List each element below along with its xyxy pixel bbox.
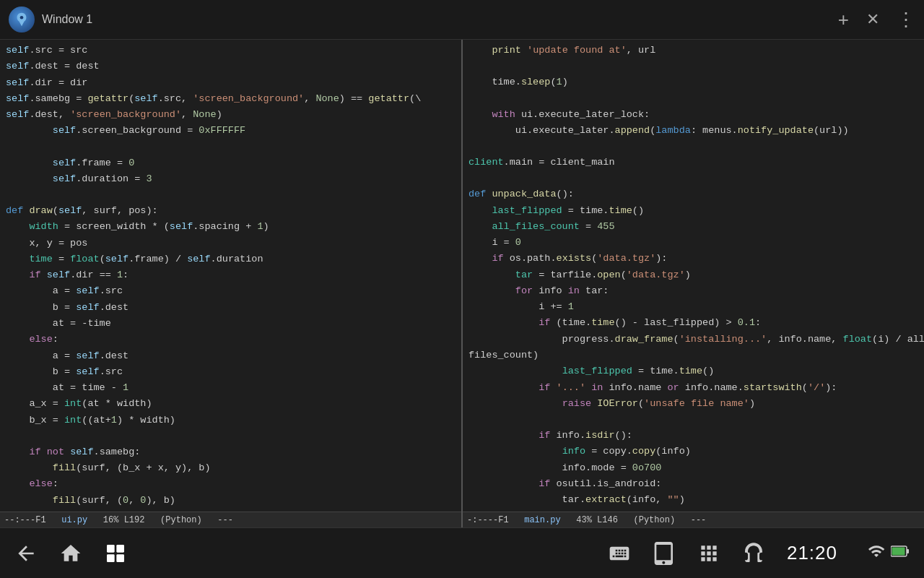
code-line: time = float(self.frame) / self.duration bbox=[0, 251, 461, 267]
code-line: client.main = client_main bbox=[463, 155, 924, 171]
code-line: info.mode = 0o700 bbox=[463, 460, 924, 476]
status-icons bbox=[868, 543, 910, 564]
code-line: self.src = src bbox=[0, 43, 461, 59]
battery-icon bbox=[891, 545, 910, 561]
code-line: fill(surf, (0, 0), b) bbox=[0, 493, 461, 509]
code-line: if osutil.is_android: bbox=[463, 476, 924, 492]
code-line: tar = tarfile.open('data.tgz') bbox=[463, 267, 924, 283]
tablet-button[interactable] bbox=[653, 542, 676, 565]
left-status-details: 16% L192 (Python) --- bbox=[103, 515, 233, 525]
code-line: i = 0 bbox=[463, 235, 924, 251]
code-line: self.duration = 3 bbox=[0, 171, 461, 187]
titlebar: Window 1 + ✕ ⋮ bbox=[0, 0, 924, 40]
code-line bbox=[463, 412, 924, 428]
code-line: b = self.dest bbox=[0, 300, 461, 316]
code-line: else: bbox=[0, 476, 461, 492]
code-line: with ui.execute_later_lock: bbox=[463, 107, 924, 123]
code-line: x, y = pos bbox=[0, 236, 461, 251]
editor-area: self.src = src self.dest = dest self.dir… bbox=[0, 40, 924, 527]
left-status-text: --:---F1 ui.py bbox=[4, 515, 103, 525]
right-status-bar: -:----F1 main.py 43% L146 (Python) --- bbox=[463, 512, 924, 527]
apps-button[interactable] bbox=[697, 542, 720, 565]
code-line: self.frame = 0 bbox=[0, 155, 461, 171]
code-line: self.dest, 'screen_background', None) bbox=[0, 107, 461, 123]
code-line: self.samebg = getattr(self.src, 'screen_… bbox=[0, 91, 461, 107]
code-line bbox=[463, 59, 924, 74]
code-line: tar.extract(info, "") bbox=[463, 492, 924, 508]
left-filename: ui.py bbox=[61, 515, 87, 525]
svg-rect-6 bbox=[907, 549, 909, 553]
code-line: self.screen_background = 0xFFFFFF bbox=[0, 123, 461, 139]
code-line: if '...' in info.name or info.name.start… bbox=[463, 380, 924, 396]
code-line: if self.dir == 1: bbox=[0, 267, 461, 283]
code-line: at = time - 1 bbox=[0, 380, 461, 396]
code-line: if (time.time() - last_flipped) > 0.1: bbox=[463, 315, 924, 331]
home-button[interactable] bbox=[59, 542, 82, 565]
close-button[interactable]: ✕ bbox=[866, 10, 879, 29]
right-status-details: 43% L146 (Python) --- bbox=[576, 515, 706, 525]
keyboard-button[interactable] bbox=[608, 542, 631, 565]
code-line: width = screen_width * (self.spacing + 1… bbox=[0, 219, 461, 235]
code-line bbox=[463, 91, 924, 107]
svg-rect-3 bbox=[107, 554, 115, 562]
code-line: a_x = int(at * width) bbox=[0, 396, 461, 412]
left-status-bar: --:---F1 ui.py 16% L192 (Python) --- bbox=[0, 512, 461, 527]
code-line: def draw(self, surf, pos): bbox=[0, 203, 461, 219]
code-line: files_count) bbox=[463, 348, 924, 363]
code-line: if info.isdir(): bbox=[463, 428, 924, 444]
taskbar: 21:20 bbox=[0, 527, 924, 578]
code-line: last_flipped = time.time() bbox=[463, 363, 924, 379]
svg-rect-1 bbox=[107, 545, 115, 553]
window-title: Window 1 bbox=[42, 13, 838, 26]
code-line: self.dest = dest bbox=[0, 59, 461, 74]
app-icon bbox=[9, 7, 35, 33]
wifi-icon bbox=[868, 543, 885, 564]
right-filename: main.py bbox=[524, 515, 560, 525]
add-tab-button[interactable]: + bbox=[838, 9, 849, 31]
right-status-text: -:----F1 main.py bbox=[467, 515, 576, 525]
code-line: for info in tar: bbox=[463, 283, 924, 299]
code-line bbox=[463, 171, 924, 186]
code-line bbox=[463, 139, 924, 155]
right-pane: print 'update found at', url time.sleep(… bbox=[463, 40, 924, 527]
left-code-content[interactable]: self.src = src self.dest = dest self.dir… bbox=[0, 40, 461, 512]
code-line: i += 1 bbox=[463, 299, 924, 315]
back-button[interactable] bbox=[14, 542, 38, 565]
code-line: raise IOError('unsafe file name') bbox=[463, 396, 924, 412]
code-line: at = -time bbox=[0, 316, 461, 332]
code-line: all_files_count = 455 bbox=[463, 219, 924, 235]
code-line: a = self.src bbox=[0, 283, 461, 299]
code-line: print 'update found at', url bbox=[463, 43, 924, 59]
recent-apps-button[interactable] bbox=[104, 542, 127, 565]
code-line: fill(surf, (b_x + x, y), b) bbox=[0, 460, 461, 476]
svg-rect-2 bbox=[116, 545, 124, 553]
left-pane: self.src = src self.dest = dest self.dir… bbox=[0, 40, 463, 527]
code-line bbox=[0, 139, 461, 155]
code-line: if os.path.exists('data.tgz'): bbox=[463, 251, 924, 267]
code-line: ui.execute_later.append(lambda: menus.no… bbox=[463, 123, 924, 139]
right-code-content[interactable]: print 'update found at', url time.sleep(… bbox=[463, 40, 924, 512]
svg-point-0 bbox=[20, 16, 24, 20]
code-line: self.dir = dir bbox=[0, 75, 461, 91]
code-line bbox=[0, 428, 461, 444]
code-line: b_x = int((at+1) * width) bbox=[0, 413, 461, 428]
code-line: info = copy.copy(info) bbox=[463, 444, 924, 460]
code-line: a = self.dest bbox=[0, 348, 461, 364]
code-line: else: bbox=[0, 332, 461, 348]
title-actions: + ✕ ⋮ bbox=[838, 9, 915, 31]
svg-rect-4 bbox=[116, 554, 124, 562]
clock: 21:20 bbox=[787, 542, 837, 564]
menu-button[interactable]: ⋮ bbox=[897, 9, 915, 31]
code-line: progress.draw_frame('installing...', inf… bbox=[463, 332, 924, 348]
code-line: last_flipped = time.time() bbox=[463, 203, 924, 219]
code-line: if not self.samebg: bbox=[0, 444, 461, 460]
code-line: b = self.src bbox=[0, 364, 461, 380]
svg-rect-7 bbox=[892, 548, 905, 556]
code-line bbox=[0, 187, 461, 203]
code-line: time.sleep(1) bbox=[463, 74, 924, 90]
code-line: def unpack_data(): bbox=[463, 186, 924, 202]
headphones-button[interactable] bbox=[742, 542, 765, 565]
